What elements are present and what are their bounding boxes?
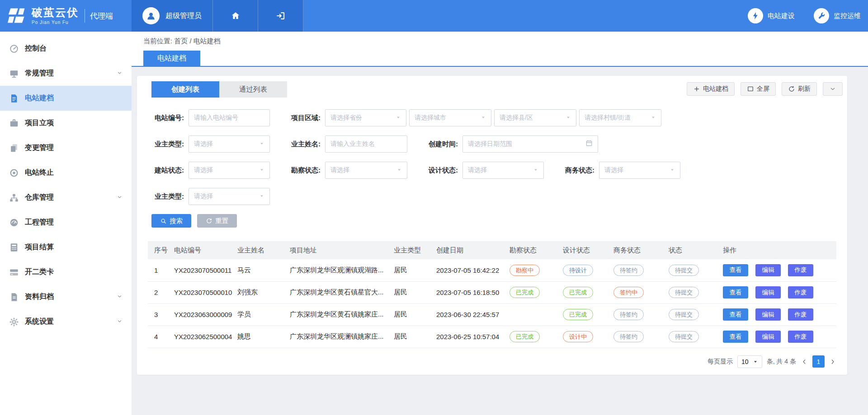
view-button[interactable]: 查看 (723, 264, 748, 276)
header-nav-station-build[interactable]: 电站建设 (748, 8, 795, 23)
edit-button[interactable]: 编辑 (755, 264, 781, 276)
filter-row: 业主类型:请选择业主姓名:请输入业主姓名创建时间:请选择日期范围 (148, 135, 836, 153)
cell-owner-type: 居民 (389, 326, 432, 348)
owner-type-2-select[interactable]: 请选择 (189, 188, 270, 205)
owner-type-label: 业主类型: (148, 140, 189, 149)
village-select[interactable]: 请选择村镇/街道 (579, 109, 661, 126)
station-table: 序号电站编号业主姓名项目地址业主类型创建日期勘察状态设计状态商务状态状态操作 1… (148, 241, 836, 348)
cell-status-status: 待提交 (664, 303, 718, 326)
view-button[interactable]: 查看 (723, 286, 748, 298)
cell-seq: 3 (148, 303, 170, 326)
sidebar-item-dashboard[interactable]: 控制台 (0, 36, 132, 61)
edit-button[interactable]: 编辑 (755, 331, 781, 343)
fullscreen-button[interactable]: 全屏 (741, 82, 776, 96)
business-status-select[interactable]: 请选择 (599, 162, 680, 179)
survey-status-placeholder: 请选择 (330, 166, 349, 174)
table-row: 3YX2023063000009学员广东深圳龙华区黄石镇姚家庄...居民2023… (148, 303, 836, 326)
owner-name-input[interactable]: 请输入业主姓名 (325, 135, 407, 153)
city-placeholder: 请选择城市 (415, 114, 446, 122)
status-badge: 勘察中 (509, 265, 540, 276)
cell-address: 广东深圳龙华区观澜镇观湖路... (285, 259, 389, 281)
monitor-icon (9, 69, 19, 79)
prev-page-button[interactable] (801, 358, 808, 365)
cell-station-no: YX2023063000009 (170, 303, 233, 326)
sidebar-item-sitemap[interactable]: 仓库管理 (0, 185, 132, 210)
caret-down-icon (651, 115, 656, 120)
brand-text: 破茧云伏 Po Jian Yun Fu (32, 7, 79, 25)
void-button[interactable]: 作废 (788, 331, 813, 343)
status-badge: 待提交 (669, 309, 699, 320)
sidebar-item-label: 工程管理 (25, 218, 54, 227)
sidebar-item-label: 资料归档 (25, 292, 54, 302)
wrench-icon (817, 11, 826, 20)
refresh-button[interactable]: 刷新 (782, 82, 817, 96)
created-range-placeholder: 请选择日期范围 (468, 140, 512, 148)
sidebar-item-document[interactable]: 电站建档 (0, 86, 132, 111)
reset-button[interactable]: 重置 (197, 214, 237, 228)
cell-actions: 查看编辑作废 (718, 326, 836, 348)
station-no-placeholder: 请输入电站编号 (194, 114, 238, 122)
sidebar-item-monitor[interactable]: 常规管理 (0, 61, 132, 86)
page-tab-station-archive[interactable]: 电站建档 (143, 51, 200, 66)
province-label: 项目区域: (284, 114, 325, 122)
sidebar-item-settings[interactable]: 系统设置 (0, 309, 132, 334)
logout-button[interactable] (258, 0, 303, 32)
tab-passed-list[interactable]: 通过列表 (219, 81, 287, 98)
sidebar-item-meter[interactable]: 工程管理 (0, 210, 132, 235)
home-button[interactable] (213, 0, 258, 32)
brand-logo-icon (7, 6, 27, 26)
filter-group-design-status: 设计状态:请选择 (422, 162, 544, 179)
collapse-button[interactable] (823, 82, 843, 96)
fullscreen-icon (747, 85, 754, 93)
calendar-icon (585, 140, 593, 147)
caret-down-icon (259, 166, 264, 174)
login-icon (276, 11, 286, 21)
void-button[interactable]: 作废 (788, 308, 813, 321)
edit-button[interactable]: 编辑 (755, 308, 781, 321)
province-select[interactable]: 请选择省份 (325, 109, 406, 126)
sidebar-item-briefcase[interactable]: 项目立项 (0, 111, 132, 135)
owner-type-select[interactable]: 请选择 (189, 135, 270, 153)
app-window: 破茧云伏 Po Jian Yun Fu 代理端 超级管理员 电站建设监控运维 控… (0, 0, 868, 415)
created-range-label: 创建时间: (422, 140, 462, 149)
build-status-select[interactable]: 请选择 (189, 162, 270, 179)
survey-status-select[interactable]: 请选择 (325, 162, 407, 179)
status-badge: 待设计 (563, 265, 593, 276)
header-nav-monitor-ops[interactable]: 监控运维 (814, 8, 861, 23)
sidebar-item-copy[interactable]: 变更管理 (0, 135, 132, 160)
design-status-select[interactable]: 请选择 (462, 162, 544, 179)
caret-down-icon (259, 140, 264, 148)
breadcrumb-path[interactable]: 首页 / 电站建档 (174, 37, 221, 45)
tab-create-list[interactable]: 创建列表 (151, 81, 219, 98)
city-select[interactable]: 请选择城市 (409, 109, 491, 126)
portal-label: 代理端 (90, 11, 113, 21)
briefcase-icon (9, 118, 19, 128)
filter-row: 业主类型:请选择 (148, 188, 836, 205)
sidebar-item-card[interactable]: 开二类卡 (0, 260, 132, 284)
void-button[interactable]: 作废 (788, 286, 813, 298)
view-button[interactable]: 查看 (723, 331, 748, 343)
view-button[interactable]: 查看 (723, 308, 748, 321)
user-menu[interactable]: 超级管理员 (132, 0, 213, 32)
sidebar-item-archive[interactable]: 资料归档 (0, 284, 132, 309)
sidebar-item-label: 仓库管理 (25, 193, 54, 202)
county-select[interactable]: 请选择县/区 (494, 109, 576, 126)
search-button[interactable]: 搜索 (151, 214, 191, 228)
station-no-input[interactable]: 请输入电站编号 (189, 109, 270, 126)
cell-design-status: 设计中 (558, 326, 609, 348)
void-button[interactable]: 作废 (788, 264, 813, 276)
sidebar-item-target[interactable]: 电站终止 (0, 160, 132, 185)
lightning-icon-circle (748, 8, 763, 23)
created-range-input[interactable]: 请选择日期范围 (462, 135, 598, 153)
body-row: 控制台常规管理电站建档项目立项变更管理电站终止仓库管理工程管理项目结算开二类卡资… (0, 32, 868, 415)
page-size-select[interactable]: 10 (737, 355, 762, 368)
dashboard-icon (9, 44, 19, 54)
filter-row: 建站状态:请选择勘察状态:请选择设计状态:请选择商务状态:请选择 (148, 162, 836, 179)
sidebar-item-calculator[interactable]: 项目结算 (0, 235, 132, 260)
next-page-button[interactable] (829, 358, 836, 365)
page-number-1[interactable]: 1 (812, 355, 825, 368)
cell-actions: 查看编辑作废 (718, 259, 836, 281)
edit-button[interactable]: 编辑 (755, 286, 781, 298)
create-station-button[interactable]: 电站建档 (687, 82, 735, 96)
filter-group-survey-status: 勘察状态:请选择 (284, 162, 407, 179)
